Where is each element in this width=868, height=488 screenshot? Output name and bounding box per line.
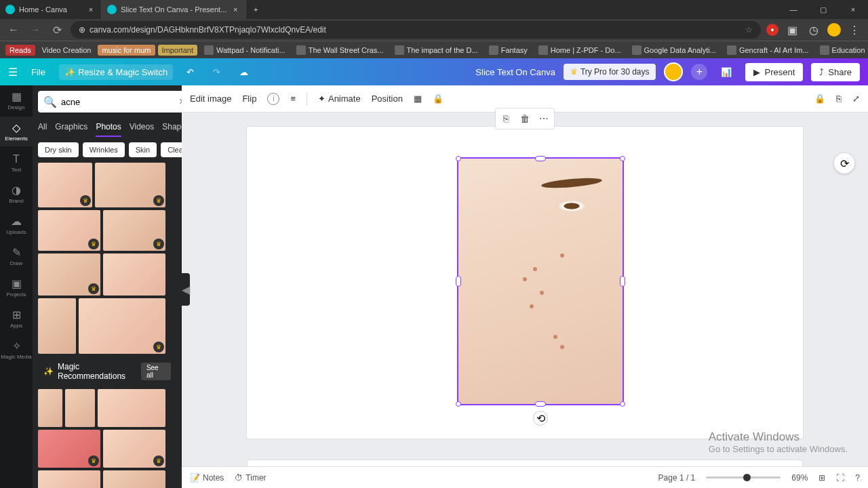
resize-handle[interactable]	[456, 276, 461, 287]
resize-handle[interactable]	[620, 276, 625, 287]
page-indicator[interactable]: Page 1 / 1	[658, 473, 696, 483]
lock-page-icon[interactable]: 🔒	[814, 94, 825, 104]
tab-all[interactable]: All	[38, 118, 47, 137]
tab-shapes[interactable]: Shapes	[162, 118, 182, 137]
help-icon[interactable]: ?	[855, 473, 860, 483]
duplicate-icon[interactable]: ⎘	[497, 110, 515, 127]
extension-icon[interactable]: ▣	[784, 22, 800, 38]
bookmark[interactable]: Google Data Analyti...	[628, 44, 720, 56]
bookmark[interactable]: Wattpad - Notificati...	[200, 44, 290, 56]
new-tab-button[interactable]: +	[246, 5, 265, 14]
add-member-button[interactable]: +	[691, 64, 707, 80]
photo-result[interactable]	[103, 470, 165, 488]
photo-result[interactable]: ♛	[103, 210, 165, 251]
extension-icon[interactable]: ◷	[806, 22, 822, 38]
transparency-icon[interactable]: ▦	[414, 94, 422, 104]
profile-avatar[interactable]	[827, 23, 841, 37]
rail-uploads[interactable]: ☁Uploads	[0, 210, 33, 240]
zoom-thumb[interactable]	[743, 474, 751, 481]
browser-tab[interactable]: Slice Text On Canva - Present... ×	[102, 0, 246, 19]
selected-image[interactable]: ⟲	[457, 157, 624, 405]
minimize-button[interactable]: —	[778, 0, 808, 19]
duplicate-page-icon[interactable]: ⎘	[836, 94, 842, 104]
tab-photos[interactable]: Photos	[96, 118, 121, 137]
forward-button[interactable]: →	[27, 22, 43, 38]
timer-button[interactable]: ⏱Timer	[235, 473, 266, 483]
photo-result[interactable]	[38, 298, 76, 354]
resize-button[interactable]: ✨Resize & Magic Switch	[59, 64, 173, 80]
chip-wrinkles[interactable]: Wrinkles	[83, 142, 125, 157]
resize-handle[interactable]	[535, 401, 546, 407]
bookmark[interactable]: Important	[158, 45, 197, 56]
more-icon[interactable]: ⋯	[535, 110, 553, 127]
rail-text[interactable]: TText	[0, 148, 33, 178]
photo-result[interactable]	[65, 389, 95, 427]
bookmark[interactable]: Education	[816, 44, 868, 56]
tab-graphics[interactable]: Graphics	[55, 118, 87, 137]
rail-magic-media[interactable]: ✧Magic Media	[0, 335, 33, 365]
present-button[interactable]: ▶Present	[745, 63, 803, 81]
back-button[interactable]: ←	[5, 22, 22, 38]
edit-image-button[interactable]: Edit image	[190, 94, 231, 104]
photo-result[interactable]: ♛	[38, 163, 92, 207]
photo-result[interactable]: ♛	[38, 430, 100, 468]
refresh-icon[interactable]: ⟳	[834, 153, 854, 174]
menu-icon[interactable]: ⋮	[846, 22, 863, 38]
analytics-icon[interactable]: 📊	[715, 64, 737, 80]
photo-result[interactable]: ♛	[79, 298, 165, 354]
cloud-status-icon[interactable]: ☁	[234, 64, 254, 80]
file-menu[interactable]: File	[26, 64, 51, 80]
browser-tab[interactable]: Home - Canva ×	[0, 0, 102, 19]
bookmark[interactable]: The impact of the D...	[391, 44, 482, 56]
photo-result[interactable]	[103, 253, 165, 296]
photo-result[interactable]: ♛	[38, 253, 100, 296]
bookmark[interactable]: Fantasy	[485, 44, 532, 56]
crop-icon[interactable]: ≡	[290, 94, 296, 104]
fullscreen-icon[interactable]: ⛶	[836, 473, 844, 483]
rail-projects[interactable]: ▣Projects	[0, 272, 33, 302]
try-pro-button[interactable]: ♛Try Pro for 30 days	[564, 64, 656, 80]
rail-brand[interactable]: ◑Brand	[0, 179, 33, 209]
rail-apps[interactable]: ⊞Apps	[0, 304, 33, 333]
close-window-button[interactable]: ×	[838, 0, 868, 19]
rail-elements[interactable]: ◇Elements	[0, 117, 33, 146]
bookmark[interactable]: Gencraft - AI Art Im...	[723, 44, 813, 56]
photo-result[interactable]	[38, 389, 62, 427]
search-field[interactable]	[61, 97, 175, 107]
delete-icon[interactable]: 🗑	[516, 110, 534, 127]
document-title[interactable]: Slice Text On Canva	[475, 67, 555, 77]
tab-videos[interactable]: Videos	[130, 118, 154, 137]
rail-draw[interactable]: ✎Draw	[0, 241, 33, 271]
menu-icon[interactable]: ☰	[8, 66, 18, 79]
close-icon[interactable]: ×	[86, 5, 96, 14]
info-icon[interactable]: i	[267, 93, 279, 105]
page[interactable]: ⎘ 🗑 ⋯	[247, 127, 803, 439]
resize-handle[interactable]	[620, 401, 625, 407]
chip-dry-skin[interactable]: Dry skin	[38, 142, 79, 157]
expand-icon[interactable]: ⤢	[852, 94, 860, 104]
photo-result[interactable]: ♛	[38, 210, 100, 251]
rotate-handle[interactable]: ⟲	[533, 411, 548, 426]
photo-result[interactable]	[98, 389, 165, 427]
notes-button[interactable]: 📝Notes	[190, 473, 224, 483]
zoom-value[interactable]: 69%	[791, 473, 808, 483]
photo-result[interactable]: ♛	[95, 163, 165, 207]
search-input[interactable]: 🔍 ×	[38, 91, 182, 113]
url-input[interactable]: ⊕ canva.com/design/DAGHbknnBrfV8XTPnjaql…	[71, 21, 761, 39]
bookmark[interactable]: Home | Z-PDF - Do...	[534, 44, 625, 56]
chip-skin[interactable]: Skin	[129, 142, 157, 157]
resize-handle[interactable]	[535, 156, 546, 161]
grid-view-icon[interactable]: ⊞	[818, 473, 825, 483]
redo-button[interactable]: ↷	[208, 64, 226, 80]
see-all-button[interactable]: See all	[141, 363, 171, 380]
resize-handle[interactable]	[456, 401, 461, 407]
photo-result[interactable]	[38, 470, 100, 488]
rail-design[interactable]: ▦Design	[0, 85, 33, 115]
user-avatar[interactable]	[664, 62, 683, 81]
bookmark[interactable]: The Wall Street Cras...	[292, 44, 388, 56]
resize-handle[interactable]	[620, 156, 625, 161]
resize-handle[interactable]	[456, 156, 461, 161]
bookmark[interactable]: Reads	[5, 45, 35, 56]
canvas-viewport[interactable]: ⟳ ⎘ 🗑 ⋯	[182, 113, 868, 453]
close-icon[interactable]: ×	[231, 5, 240, 14]
